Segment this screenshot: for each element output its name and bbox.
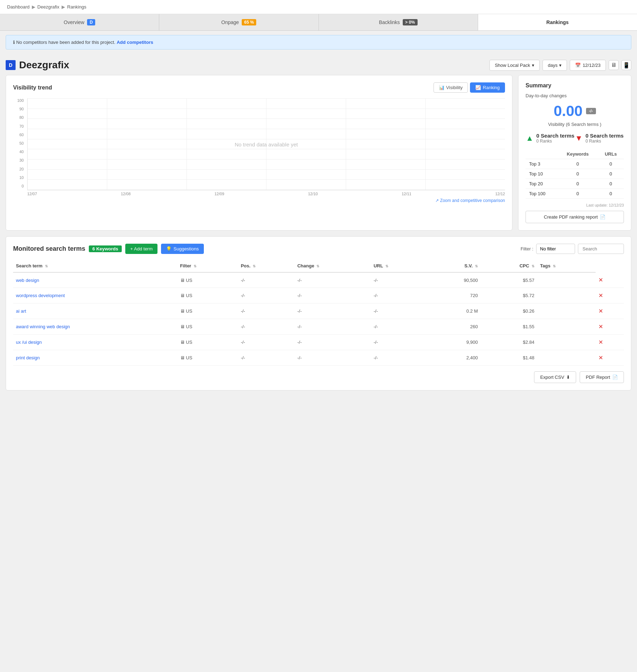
- tab-backlinks-badge: > 0%: [403, 19, 418, 25]
- tab-backlinks[interactable]: Backlinks > 0%: [319, 14, 478, 30]
- zoom-label: Zoom and competitive comparison: [440, 198, 505, 203]
- breadcrumb-dashboard[interactable]: Dashboard: [7, 4, 30, 10]
- create-pdf-button[interactable]: Create PDF ranking report 📄: [526, 211, 624, 223]
- search-input[interactable]: [578, 244, 624, 254]
- desktop-view-button[interactable]: 🖥: [609, 60, 619, 70]
- delete-button[interactable]: ✕: [598, 292, 603, 299]
- date-button[interactable]: 📅 12/12/23: [570, 60, 606, 71]
- zoom-link[interactable]: ↗ Zoom and competitive comparison: [13, 198, 505, 203]
- kw-delete[interactable]: ✕: [596, 335, 624, 350]
- kw-cpc: $1.48: [481, 350, 537, 366]
- tab-rankings-label: Rankings: [546, 19, 569, 25]
- summary-row-urls: 0: [598, 169, 624, 179]
- kw-delete[interactable]: ✕: [596, 319, 624, 335]
- down-terms-count: 0 Search terms: [586, 133, 624, 139]
- visibility-trend-card: Visibility trend 📊 Visibility 📈 Ranking: [6, 75, 512, 231]
- ranking-tab[interactable]: 📈 Ranking: [470, 82, 505, 93]
- kw-term[interactable]: wordpress development: [13, 288, 177, 303]
- kw-tags: [537, 303, 596, 319]
- suggestions-button[interactable]: 💡 Suggestions: [161, 244, 204, 254]
- kw-pos: -/-: [238, 303, 294, 319]
- kw-filter: 🖥 US: [177, 288, 238, 303]
- tab-onpage[interactable]: Onpage 65 %: [159, 14, 318, 30]
- suggestions-icon: 💡: [166, 246, 172, 251]
- delete-button[interactable]: ✕: [598, 323, 603, 330]
- kw-term[interactable]: ai art: [13, 303, 177, 319]
- alert-bar: ℹ No competitors have been added for thi…: [6, 35, 631, 50]
- delete-button[interactable]: ✕: [598, 277, 603, 283]
- delete-button[interactable]: ✕: [598, 308, 603, 314]
- pdf-icon: 📄: [600, 214, 606, 220]
- project-icon: D: [6, 60, 16, 70]
- chart-title: Visibility trend: [13, 85, 52, 91]
- summary-row-keywords: 0: [558, 159, 598, 169]
- table-row: wordpress development 🖥 US -/- -/- -/- 7…: [13, 288, 624, 303]
- delete-button[interactable]: ✕: [598, 339, 603, 346]
- mobile-view-button[interactable]: 📱: [621, 60, 631, 70]
- kw-term[interactable]: web design: [13, 272, 177, 288]
- days-button[interactable]: days ▾: [543, 60, 567, 71]
- kw-term[interactable]: ux /ui design: [13, 335, 177, 350]
- kw-delete[interactable]: ✕: [596, 350, 624, 366]
- delete-button[interactable]: ✕: [598, 354, 603, 361]
- y-0: 0: [13, 184, 24, 188]
- kw-pos: -/-: [238, 319, 294, 335]
- tab-rankings[interactable]: Rankings: [478, 14, 637, 30]
- filter-area: Filter : No filter: [521, 244, 624, 254]
- th-filter[interactable]: Filter ⇅: [177, 260, 238, 272]
- x-1209: 12/09: [214, 192, 224, 196]
- th-change[interactable]: Change ⇅: [294, 260, 371, 272]
- tab-overview-label: Overview: [64, 19, 84, 25]
- breadcrumb-project[interactable]: Deezgrafix: [38, 4, 59, 10]
- ranking-tab-label: Ranking: [483, 85, 500, 90]
- th-search-term[interactable]: Search term ⇅: [13, 260, 177, 272]
- kw-delete[interactable]: ✕: [596, 272, 624, 288]
- kw-url: -/-: [371, 350, 426, 366]
- th-tags[interactable]: Tags ⇅: [537, 260, 596, 272]
- th-pos[interactable]: Pos. ⇅: [238, 260, 294, 272]
- export-csv-button[interactable]: Export CSV ⬇: [534, 371, 576, 383]
- pdf-report-icon: 📄: [612, 375, 618, 380]
- kw-delete[interactable]: ✕: [596, 288, 624, 303]
- keywords-table: Search term ⇅ Filter ⇅ Pos. ⇅ Change ⇅ U…: [13, 260, 624, 366]
- v-grid-5: [346, 98, 426, 190]
- summary-th-label: [526, 149, 558, 159]
- add-competitors-link[interactable]: Add competitors: [117, 40, 153, 45]
- monitored-header: Monitored search terms 6 Keywords + Add …: [13, 244, 624, 254]
- kw-url: -/-: [371, 319, 426, 335]
- y-40: 40: [13, 150, 24, 154]
- summary-table-row: Top 3 0 0: [526, 159, 624, 169]
- summary-row-label: Top 20: [526, 179, 558, 189]
- kw-delete[interactable]: ✕: [596, 303, 624, 319]
- table-row: ux /ui design 🖥 US -/- -/- -/- 9,900 $2.…: [13, 335, 624, 350]
- day-changes-label: Day-to-day changes: [526, 93, 624, 98]
- filter-select[interactable]: No filter: [536, 244, 575, 254]
- kw-sv: 2,400: [426, 350, 481, 366]
- kw-url: -/-: [371, 303, 426, 319]
- visibility-icon: 📊: [439, 85, 444, 90]
- chart-body: No trend data available yet: [27, 98, 505, 190]
- tab-overview[interactable]: Overview D: [0, 14, 159, 30]
- table-footer: Export CSV ⬇ PDF Report 📄: [13, 371, 624, 383]
- down-terms-block: ▼ 0 Search terms 0 Ranks: [575, 133, 624, 144]
- table-row: print design 🖥 US -/- -/- -/- 2,400 $1.4…: [13, 350, 624, 366]
- kw-term[interactable]: print design: [13, 350, 177, 366]
- down-arrow-icon: ▼: [575, 134, 583, 143]
- summary-row-keywords: 0: [558, 169, 598, 179]
- breadcrumb: Dashboard ▶ Deezgrafix ▶ Rankings: [0, 0, 637, 14]
- add-term-button[interactable]: + Add term: [125, 244, 157, 254]
- desktop-icon: 🖥: [611, 62, 616, 68]
- show-local-pack-button[interactable]: Show Local Pack ▾: [489, 60, 540, 71]
- kw-term[interactable]: award winning web design: [13, 319, 177, 335]
- big-number-value: 0.00: [553, 103, 583, 120]
- visibility-tab[interactable]: 📊 Visibility: [434, 82, 468, 93]
- kw-count-badge: 6 Keywords: [89, 245, 122, 252]
- kw-tags: [537, 288, 596, 303]
- pdf-report-button[interactable]: PDF Report 📄: [580, 371, 624, 383]
- big-number: 0.00 -/-: [526, 103, 624, 120]
- th-cpc[interactable]: CPC ⇅: [481, 260, 537, 272]
- th-sv[interactable]: S.V. ⇅: [426, 260, 481, 272]
- project-name: Deezgrafix: [19, 59, 69, 71]
- th-url[interactable]: URL ⇅: [371, 260, 426, 272]
- kw-tags: [537, 350, 596, 366]
